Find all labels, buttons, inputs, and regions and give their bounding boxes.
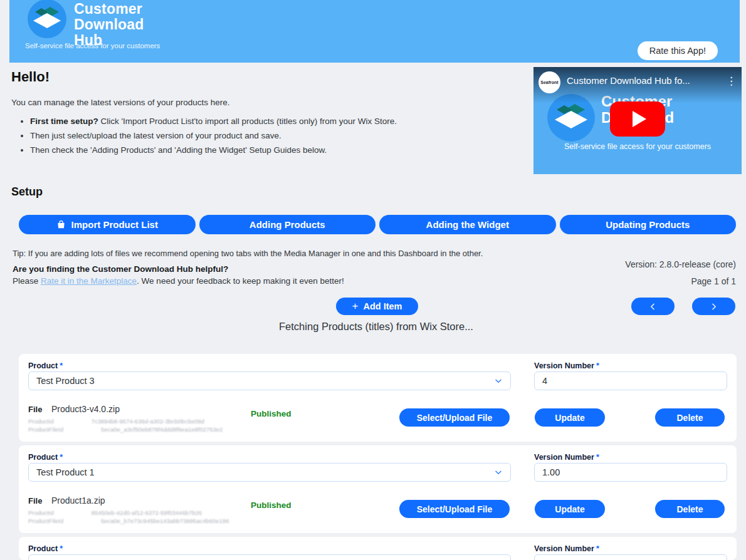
version-field-label: Version Number* <box>534 453 599 462</box>
logo-diamond-icon <box>28 0 66 38</box>
bullet-first-time-setup: First time setup? Click 'Import Product … <box>30 117 525 126</box>
rate-app-button[interactable]: Rate this App! <box>638 41 718 60</box>
rate-marketplace-link[interactable]: Rate it in the Marketplace <box>41 276 137 286</box>
setup-button-label: Adding Products <box>250 219 325 230</box>
update-button[interactable]: Update <box>535 408 605 427</box>
required-asterisk: * <box>60 544 63 553</box>
required-asterisk: * <box>60 453 63 462</box>
add-item-button[interactable]: + Add Item <box>336 298 418 315</box>
file-label: File <box>28 405 42 414</box>
redacted-product-ids: ProductId7c3894b8-9574-636d-a302-3bcb0bc… <box>28 418 223 434</box>
tip-text: Tip: If you are adding lots of files we … <box>13 249 483 258</box>
product-select[interactable] <box>28 554 511 560</box>
plus-icon: + <box>352 301 359 311</box>
bullet-select-upload: Then just select/upload the latest versi… <box>30 131 525 140</box>
updating-products-button[interactable]: Updating Products <box>560 215 737 234</box>
setup-bullet-list: First time setup? Click 'Import Product … <box>30 117 525 160</box>
fetching-status-message: Fetching Products (titles) from Wix Stor… <box>0 321 746 333</box>
required-asterisk: * <box>596 361 599 370</box>
chevron-left-icon <box>649 303 657 311</box>
product-select-value: Test Product 3 <box>36 376 95 386</box>
add-item-label: Add Item <box>363 301 402 311</box>
version-number-input[interactable] <box>534 554 727 560</box>
feedback-question: Are you finding the Customer Download Hu… <box>13 264 228 274</box>
product-card: Product* Version Number* <box>19 537 737 560</box>
delete-button[interactable]: Delete <box>655 408 725 427</box>
import-product-list-button[interactable]: Import Product List <box>19 215 196 234</box>
version-number-input[interactable] <box>534 463 727 482</box>
version-text: Version: 2.8.0-release (core) <box>625 259 736 269</box>
adding-products-button[interactable]: Adding Products <box>199 215 376 234</box>
product-field-label: Product* <box>28 544 63 553</box>
setup-button-label: Import Product List <box>71 219 158 230</box>
file-label: File <box>28 496 42 506</box>
file-name: Product3-v4.0.zip <box>51 404 120 414</box>
product-card: Product* Test Product 1 Version Number* … <box>19 445 737 533</box>
select-upload-file-button[interactable]: Select/Upload File <box>399 408 510 427</box>
setup-buttons-row: Import Product List Adding Products Addi… <box>19 215 736 234</box>
channel-avatar[interactable]: Seafront <box>538 71 560 93</box>
redacted-product-ids: ProductId85450eb-42d0-af12-6372-59f03446… <box>28 509 229 526</box>
product-select[interactable]: Test Product 3 <box>28 371 511 390</box>
kebab-menu-icon[interactable]: ⋮ <box>726 75 737 88</box>
shopping-bag-icon <box>56 220 66 229</box>
tutorial-video-thumbnail[interactable]: Customer Download Seafront Customer Down… <box>533 67 742 174</box>
setup-button-label: Adding the Widget <box>426 219 509 230</box>
delete-button[interactable]: Delete <box>655 500 725 518</box>
youtube-play-button[interactable] <box>610 101 665 137</box>
chevron-down-icon[interactable] <box>494 376 503 385</box>
setup-button-label: Updating Products <box>606 219 690 230</box>
product-select[interactable]: Test Product 1 <box>28 463 511 482</box>
intro-description: You can manage the latest versions of yo… <box>11 98 229 107</box>
youtube-play-icon <box>633 111 646 127</box>
version-number-input[interactable] <box>534 371 727 390</box>
version-field-label: Version Number* <box>534 361 599 370</box>
video-brand-tagline: Self-service file access for your custom… <box>533 142 742 151</box>
customer-download-hub-dashboard: Customer Download Hub Self-service file … <box>0 0 746 560</box>
setup-section-title: Setup <box>11 185 43 199</box>
product-field-label: Product* <box>28 361 63 370</box>
app-title: Customer Download Hub <box>74 1 168 48</box>
app-header: Customer Download Hub Self-service file … <box>9 0 740 63</box>
page-indicator: Page 1 of 1 <box>691 276 736 286</box>
app-logo <box>28 0 66 38</box>
product-select-value: Test Product 1 <box>36 467 95 477</box>
product-card: Product* Test Product 3 Version Number* … <box>19 354 737 442</box>
app-tagline: Self-service file access for your custom… <box>25 42 160 49</box>
video-title[interactable]: Customer Download Hub fo... <box>567 75 722 86</box>
chevron-down-icon[interactable] <box>494 468 503 477</box>
previous-page-button[interactable] <box>631 298 675 315</box>
required-asterisk: * <box>596 544 599 553</box>
adding-the-widget-button[interactable]: Adding the Widget <box>379 215 556 234</box>
file-name: Product1a.zip <box>51 495 105 506</box>
product-field-label: Product* <box>28 453 63 462</box>
required-asterisk: * <box>60 361 63 370</box>
status-badge: Published <box>251 500 292 510</box>
chevron-right-icon <box>710 303 718 311</box>
select-upload-file-button[interactable]: Select/Upload File <box>399 500 510 518</box>
required-asterisk: * <box>596 453 599 462</box>
page-title: Hello! <box>11 69 50 85</box>
status-badge: Published <box>251 409 292 418</box>
update-button[interactable]: Update <box>535 500 605 518</box>
bullet-check-guides: Then check the 'Adding Products' and 'Ad… <box>30 145 525 155</box>
version-field-label: Version Number* <box>534 544 599 553</box>
feedback-line: Please Rate it in the Marketplace. We ne… <box>13 276 344 286</box>
next-page-button[interactable] <box>692 298 735 315</box>
video-top-bar: Seafront Customer Download Hub fo... ⋮ <box>533 67 742 103</box>
